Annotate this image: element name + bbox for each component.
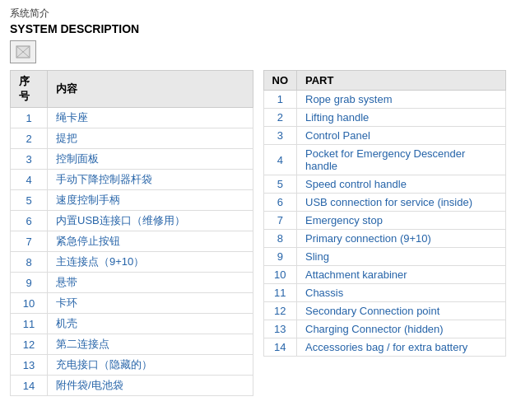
en-part-cell: USB connection for service (inside) [297, 194, 506, 212]
table-row: 4Pocket for Emergency Descender handle [263, 145, 506, 175]
en-no-cell: 4 [263, 145, 297, 175]
en-no-cell: 10 [263, 266, 297, 284]
zh-content-cell: 手动下降控制器杆袋 [48, 170, 253, 190]
table-row: 2提把 [11, 128, 253, 149]
page-title-cn: 系统简介 [10, 7, 506, 21]
en-part-cell: Rope grab system [297, 91, 506, 109]
zh-content-cell: 内置USB连接口（维修用） [48, 211, 253, 231]
zh-content-cell: 紧急停止按钮 [48, 231, 253, 252]
table-row: 3控制面板 [11, 149, 253, 170]
table-row: 12Secondary Connection point [263, 302, 506, 320]
en-no-cell: 5 [263, 175, 297, 194]
en-part-cell: Lifting handle [297, 109, 506, 127]
en-col1-header: NO [263, 71, 297, 91]
zh-no-cell: 11 [11, 314, 48, 334]
en-no-cell: 8 [263, 230, 297, 248]
zh-no-cell: 6 [11, 211, 48, 231]
table-zh: 序号 内容 1绳卡座2提把3控制面板4手动下降控制器杆袋5速度控制手柄6内置US… [10, 70, 253, 396]
zh-no-cell: 14 [11, 376, 48, 396]
table-row: 12第二连接点 [11, 334, 253, 355]
table-row: 4手动下降控制器杆袋 [11, 170, 253, 190]
table-row: 9悬带 [11, 273, 253, 293]
zh-no-cell: 10 [11, 293, 48, 314]
table-row: 10Attachment karabiner [263, 266, 506, 284]
zh-content-cell: 第二连接点 [48, 334, 253, 355]
en-part-cell: Attachment karabiner [297, 266, 506, 284]
en-part-cell: Emergency stop [297, 212, 506, 230]
table-row: 10卡环 [11, 293, 253, 314]
en-no-cell: 12 [263, 302, 297, 320]
zh-content-cell: 主连接点（9+10） [48, 252, 253, 273]
en-part-cell: Speed control handle [297, 175, 506, 194]
zh-no-cell: 3 [11, 149, 48, 170]
zh-no-cell: 8 [11, 252, 48, 273]
table-row: 3Control Panel [263, 127, 506, 145]
table-row: 13充电接口（隐藏的） [11, 355, 253, 376]
zh-no-cell: 12 [11, 334, 48, 355]
en-part-cell: Sling [297, 248, 506, 266]
en-part-cell: Secondary Connection point [297, 302, 506, 320]
en-part-cell: Charging Connector (hidden) [297, 320, 506, 338]
en-no-cell: 6 [263, 194, 297, 212]
en-no-cell: 13 [263, 320, 297, 338]
table-row: 7紧急停止按钮 [11, 231, 253, 252]
zh-content-cell: 卡环 [48, 293, 253, 314]
zh-no-cell: 13 [11, 355, 48, 376]
table-row: 1Rope grab system [263, 91, 506, 109]
table-row: 5Speed control handle [263, 175, 506, 194]
table-row: 1绳卡座 [11, 108, 253, 128]
table-row: 6USB connection for service (inside) [263, 194, 506, 212]
table-row: 7Emergency stop [263, 212, 506, 230]
table-row: 11Chassis [263, 284, 506, 302]
en-no-cell: 14 [263, 338, 297, 357]
en-part-cell: Primary connection (9+10) [297, 230, 506, 248]
table-row: 13Charging Connector (hidden) [263, 320, 506, 338]
image-placeholder [10, 40, 36, 63]
en-no-cell: 3 [263, 127, 297, 145]
table-row: 6内置USB连接口（维修用） [11, 211, 253, 231]
zh-content-cell: 附件袋/电池袋 [48, 376, 253, 396]
zh-no-cell: 4 [11, 170, 48, 190]
zh-content-cell: 充电接口（隐藏的） [48, 355, 253, 376]
zh-content-cell: 提把 [48, 128, 253, 149]
zh-content-cell: 悬带 [48, 273, 253, 293]
table-row: 8Primary connection (9+10) [263, 230, 506, 248]
table-en: NO PART 1Rope grab system2Lifting handle… [263, 70, 507, 357]
table-row: 2Lifting handle [263, 109, 506, 127]
en-part-cell: Accessories bag / for extra battery [297, 338, 506, 357]
table-row: 5速度控制手柄 [11, 190, 253, 211]
en-no-cell: 11 [263, 284, 297, 302]
zh-col1-header: 序号 [11, 71, 48, 108]
zh-content-cell: 绳卡座 [48, 108, 253, 128]
en-part-cell: Pocket for Emergency Descender handle [297, 145, 506, 175]
zh-content-cell: 控制面板 [48, 149, 253, 170]
en-no-cell: 9 [263, 248, 297, 266]
zh-content-cell: 速度控制手柄 [48, 190, 253, 211]
zh-no-cell: 7 [11, 231, 48, 252]
en-part-cell: Chassis [297, 284, 506, 302]
zh-no-cell: 9 [11, 273, 48, 293]
en-col2-header: PART [297, 71, 506, 91]
table-row: 8主连接点（9+10） [11, 252, 253, 273]
en-part-cell: Control Panel [297, 127, 506, 145]
zh-col2-header: 内容 [48, 71, 253, 108]
en-no-cell: 7 [263, 212, 297, 230]
en-no-cell: 1 [263, 91, 297, 109]
table-row: 9Sling [263, 248, 506, 266]
table-row: 11机壳 [11, 314, 253, 334]
zh-content-cell: 机壳 [48, 314, 253, 334]
zh-no-cell: 2 [11, 128, 48, 149]
tables-container: 序号 内容 1绳卡座2提把3控制面板4手动下降控制器杆袋5速度控制手柄6内置US… [10, 70, 506, 396]
table-row: 14附件袋/电池袋 [11, 376, 253, 396]
zh-no-cell: 5 [11, 190, 48, 211]
zh-no-cell: 1 [11, 108, 48, 128]
page-title-en: SYSTEM DESCRIPTION [10, 22, 506, 35]
table-row: 14Accessories bag / for extra battery [263, 338, 506, 357]
en-no-cell: 2 [263, 109, 297, 127]
